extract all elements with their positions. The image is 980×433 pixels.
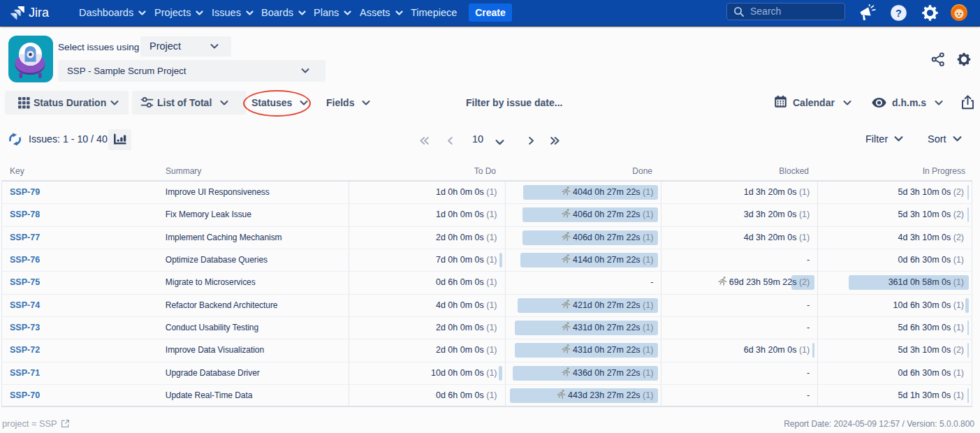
svg-text:?: ? [895,8,902,19]
